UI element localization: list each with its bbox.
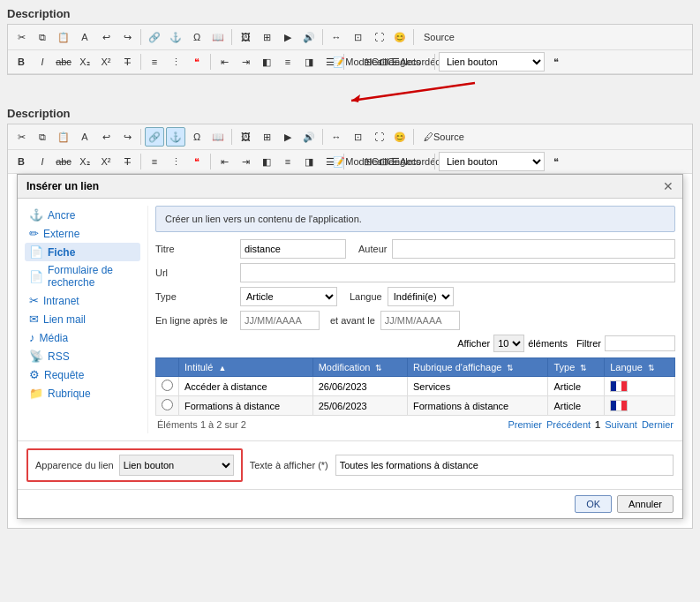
outdent-btn-t[interactable]: ⇤ bbox=[215, 52, 234, 71]
iframe-btn[interactable]: ↔ bbox=[327, 27, 346, 47]
ul-btn2[interactable]: ≡ bbox=[145, 152, 164, 171]
anchor-btn[interactable]: ⚓ bbox=[166, 27, 185, 47]
audio-btn[interactable]: 🔊 bbox=[299, 27, 319, 47]
anchor-btn2[interactable]: ⚓ bbox=[166, 127, 185, 147]
table-btn2[interactable]: ⊞ bbox=[257, 127, 276, 147]
filtrer-input[interactable] bbox=[605, 335, 675, 351]
removeformat-btn-t[interactable]: T̶ bbox=[117, 52, 137, 71]
strike-btn-t[interactable]: abc bbox=[54, 52, 73, 71]
apparence-select[interactable]: Lien bouton Lien texte Lien image bbox=[119, 455, 234, 476]
col-type[interactable]: Type ⇅ bbox=[548, 358, 605, 377]
paste-btn2[interactable]: 📋 bbox=[54, 127, 73, 147]
col-rubrique[interactable]: Rubrique d'affichage ⇅ bbox=[408, 358, 548, 377]
source-btn-bottom[interactable]: 🖊 Source bbox=[418, 127, 470, 147]
media-btn-t[interactable]: ▶ bbox=[278, 27, 297, 47]
strike-btn2[interactable]: abc bbox=[54, 152, 73, 171]
outdent-btn2[interactable]: ⇤ bbox=[215, 152, 234, 171]
nav-media[interactable]: ♪ Média bbox=[25, 328, 140, 347]
bold-btn-t[interactable]: B bbox=[11, 52, 31, 71]
url-input[interactable] bbox=[240, 263, 675, 282]
copy-btn2[interactable]: ⧉ bbox=[33, 127, 52, 147]
link-btn2[interactable]: 🔗 bbox=[145, 127, 164, 147]
preview-btn2[interactable]: ⊡ bbox=[348, 127, 367, 147]
ol-btn2[interactable]: ⋮ bbox=[166, 152, 185, 171]
col-modification[interactable]: Modification ⇅ bbox=[312, 358, 407, 377]
removeformat-btn2[interactable]: T̶ bbox=[117, 152, 137, 171]
ok-button[interactable]: OK bbox=[575, 495, 612, 513]
media-btn2[interactable]: ▶ bbox=[278, 127, 297, 147]
emoji-btn2[interactable]: 😊 bbox=[390, 127, 410, 147]
nav-requete[interactable]: ⚙ Requête bbox=[25, 365, 140, 384]
row-radio[interactable] bbox=[156, 377, 179, 396]
sup-btn2[interactable]: X² bbox=[96, 152, 116, 171]
nav-formulaire[interactable]: 📄 Formulaire de recherche bbox=[25, 261, 140, 291]
source-btn-top[interactable]: Source bbox=[418, 27, 461, 47]
italic-btn-t[interactable]: I bbox=[33, 52, 52, 71]
align-left2[interactable]: ◧ bbox=[257, 152, 276, 171]
audio-btn2[interactable]: 🔊 bbox=[299, 127, 319, 147]
nav-rss[interactable]: 📡 RSS bbox=[25, 347, 140, 365]
blockquote-btn2[interactable]: ❝ bbox=[187, 152, 207, 171]
preview-btn[interactable]: ⊡ bbox=[348, 27, 367, 47]
cut-btn2[interactable]: ✂ bbox=[11, 127, 31, 147]
special-char-btn2[interactable]: Ω bbox=[187, 127, 207, 147]
page-premier[interactable]: Premier bbox=[508, 419, 542, 430]
nav-ancre[interactable]: ⚓ Ancre bbox=[25, 206, 140, 224]
annuler-button[interactable]: Annuler bbox=[617, 495, 674, 513]
paste-btn[interactable]: 📋 bbox=[54, 27, 73, 47]
redo-btn2[interactable]: ↪ bbox=[117, 127, 137, 147]
paste-text-btn[interactable]: A bbox=[75, 27, 94, 47]
link-btn[interactable]: 🔗 bbox=[145, 27, 164, 47]
iframe-btn2[interactable]: ↔ bbox=[327, 127, 346, 147]
sup-btn-t[interactable]: X² bbox=[96, 52, 116, 71]
emoji-btn-t[interactable]: 😊 bbox=[390, 27, 410, 47]
quote-btn2[interactable]: ❝ bbox=[546, 152, 566, 171]
nav-fiche[interactable]: 📄 Fiche bbox=[25, 243, 140, 261]
page-dernier[interactable]: Dernier bbox=[642, 419, 674, 430]
nav-intranet[interactable]: ✂ Intranet bbox=[25, 291, 140, 310]
accordeons-btn2[interactable]: ☰ Accordéons bbox=[411, 152, 431, 171]
align-center2[interactable]: ≡ bbox=[278, 152, 297, 171]
page-precedent[interactable]: Précédent bbox=[546, 419, 591, 430]
et-avant-input[interactable] bbox=[380, 311, 460, 330]
afficher-select[interactable]: 10 5 20 bbox=[493, 335, 524, 352]
image-btn[interactable]: 🖼 bbox=[236, 27, 255, 47]
ul-btn-t[interactable]: ≡ bbox=[145, 52, 164, 71]
align-right-t[interactable]: ◨ bbox=[299, 52, 319, 71]
texte-input[interactable] bbox=[335, 455, 674, 476]
redo-btn[interactable]: ↪ bbox=[117, 27, 137, 47]
book-btn[interactable]: 📖 bbox=[208, 27, 228, 47]
col-intitule[interactable]: Intitulé ▲ bbox=[179, 358, 313, 377]
cut-btn[interactable]: ✂ bbox=[11, 27, 31, 47]
align-left-t[interactable]: ◧ bbox=[257, 52, 276, 71]
col-langue[interactable]: Langue ⇅ bbox=[605, 358, 675, 377]
indent-btn-t[interactable]: ⇥ bbox=[236, 52, 255, 71]
accordeons-btn-t[interactable]: ☰ Accordéons bbox=[411, 52, 431, 71]
ol-btn-t[interactable]: ⋮ bbox=[166, 52, 185, 71]
type-select[interactable]: Article Page bbox=[240, 287, 337, 306]
bold-btn2[interactable]: B bbox=[11, 152, 31, 171]
en-ligne-input[interactable] bbox=[240, 311, 320, 330]
lien-bouton-select-top[interactable]: Lien bouton bbox=[439, 52, 545, 71]
lien-bouton-select-bottom[interactable]: Lien bouton bbox=[439, 152, 545, 171]
indent-btn2[interactable]: ⇥ bbox=[236, 152, 255, 171]
special-char-btn[interactable]: Ω bbox=[187, 27, 207, 47]
book-btn2[interactable]: 📖 bbox=[208, 127, 228, 147]
quote-btn-t[interactable]: ❝ bbox=[546, 52, 566, 71]
paste-text-btn2[interactable]: A bbox=[75, 127, 94, 147]
page-suivant[interactable]: Suivant bbox=[605, 419, 637, 430]
sub-btn-t[interactable]: X₂ bbox=[75, 52, 94, 71]
copy-btn[interactable]: ⧉ bbox=[33, 27, 52, 47]
auteur-input[interactable] bbox=[392, 239, 675, 259]
fullscreen-btn-t[interactable]: ⛶ bbox=[369, 27, 388, 47]
table-row[interactable]: Formations à distance25/06/2023Formation… bbox=[156, 396, 675, 416]
titre-input[interactable] bbox=[240, 239, 346, 259]
nav-rubrique[interactable]: 📁 Rubrique bbox=[25, 384, 140, 403]
nav-externe[interactable]: ✏ Externe bbox=[25, 224, 140, 243]
row-radio[interactable] bbox=[156, 396, 179, 416]
nav-lien-mail[interactable]: ✉ Lien mail bbox=[25, 310, 140, 328]
sub-btn2[interactable]: X₂ bbox=[75, 152, 94, 171]
undo-btn[interactable]: ↩ bbox=[96, 27, 116, 47]
dialog-close-btn[interactable]: ✕ bbox=[663, 180, 674, 192]
langue-select[interactable]: Indéfini(e) Français bbox=[388, 287, 454, 306]
